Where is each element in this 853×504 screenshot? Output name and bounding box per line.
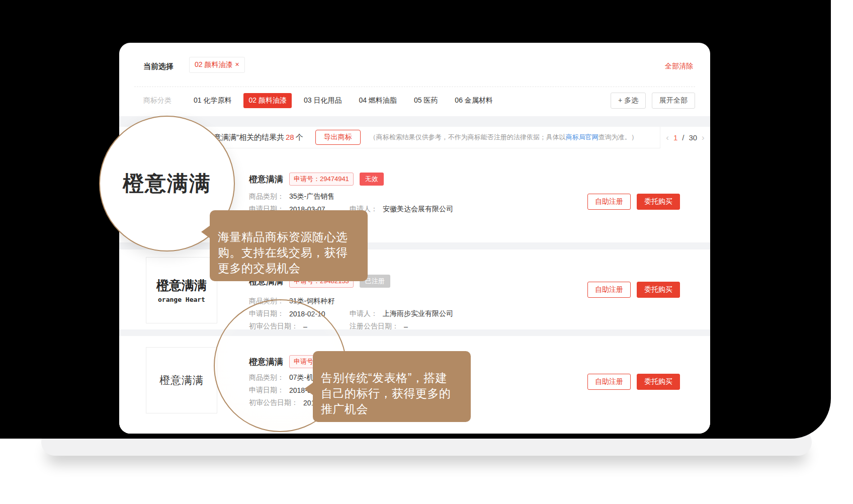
trademark-image-text: 橙意满满 xyxy=(159,373,204,387)
total-pages: 30 xyxy=(689,133,697,142)
trademark-image-text: 橙意满满 xyxy=(156,277,207,294)
pagination: ‹ 1 / 30 › xyxy=(660,127,710,148)
field-label: 申请人： xyxy=(350,309,378,318)
field-label: 注册公告日期： xyxy=(350,322,399,331)
application-number-label: 申请号： xyxy=(294,175,320,183)
entrust-purchase-button[interactable]: 委托购买 xyxy=(637,282,680,298)
disclaimer-pre: （商标检索结果仅供参考，不作为商标能否注册的法律依据；具体以 xyxy=(370,133,566,141)
current-selection-label: 当前选择 xyxy=(143,62,174,71)
results-summary-suffix: 个 xyxy=(296,133,303,141)
callout-build-shop: 告别传统“发表格”，搭建 自己的标行，获得更多的 推广机会 xyxy=(313,351,471,422)
entrust-purchase-button[interactable]: 委托购买 xyxy=(637,194,680,210)
section-gap xyxy=(119,116,710,127)
row-gap xyxy=(119,242,710,249)
self-register-button[interactable]: 自助注册 xyxy=(587,194,631,210)
trademark-name: 橙意满满 xyxy=(249,174,283,185)
disclaimer-text: （商标检索结果仅供参考，不作为商标能否注册的法律依据；具体以商标局官网查询为准。… xyxy=(370,133,638,142)
results-count: 28 xyxy=(286,133,294,141)
self-register-button[interactable]: 自助注册 xyxy=(587,374,631,390)
entrust-purchase-button[interactable]: 委托购买 xyxy=(637,374,680,390)
category-label: 商标分类 xyxy=(143,96,172,105)
category-item-05[interactable]: 05 医药 xyxy=(409,93,443,108)
current-page: 1 xyxy=(673,133,677,142)
result-row-2: 橙意满满 orange Heart 橙意满满 申请号：29482153 已注册 … xyxy=(119,249,710,329)
self-register-button[interactable]: 自助注册 xyxy=(587,282,631,298)
application-number: 29474941 xyxy=(320,175,349,183)
row-actions: 自助注册 委托购买 xyxy=(587,194,680,210)
selected-filter-chip-label: 02 颜料油漆 xyxy=(195,60,232,68)
callout-text: 海量精品商标资源随心选 购。支持在线交易，获得 更多的交易机会 xyxy=(218,230,348,275)
field-value: 35类-广告销售 xyxy=(289,192,334,201)
field-value: 上海雨步实业有限公司 xyxy=(383,309,453,318)
callout-arrow-icon xyxy=(201,225,210,238)
field-value: 安徽美达会展有限公司 xyxy=(383,205,453,214)
trademark-image: 橙意满满 orange Heart xyxy=(146,257,217,323)
category-item-04[interactable]: 04 燃料油脂 xyxy=(354,93,401,108)
magnified-trademark-text: 橙意满满 xyxy=(123,170,211,198)
disclaimer-post: 查询为准。） xyxy=(599,133,638,141)
chip-close-icon[interactable]: × xyxy=(235,60,239,68)
callout-arrow-icon xyxy=(304,382,313,395)
prev-page-icon[interactable]: ‹ xyxy=(666,133,669,143)
field-col2: 注册公告日期：– xyxy=(350,322,408,331)
category-item-06[interactable]: 06 金属材料 xyxy=(450,93,497,108)
field-label: 商品类别： xyxy=(249,192,284,201)
category-item-02-active[interactable]: 02 颜料油漆 xyxy=(243,93,291,108)
category-item-01[interactable]: 01 化学原料 xyxy=(189,93,236,108)
row-actions: 自助注册 委托购买 xyxy=(587,374,680,390)
next-page-icon[interactable]: › xyxy=(702,133,705,143)
clear-all-link[interactable]: 全部清除 xyxy=(665,62,693,71)
row-header: 橙意满满 申请号：29474941 无效 xyxy=(249,173,384,186)
trademark-image: 橙意满满 xyxy=(146,347,217,413)
trademark-image-subtext: orange Heart xyxy=(158,296,205,303)
field-value: – xyxy=(404,322,408,330)
trademark-office-link[interactable]: 商标局官网 xyxy=(566,133,599,141)
expand-all-button[interactable]: 展开全部 xyxy=(652,93,695,109)
status-badge: 无效 xyxy=(360,173,384,186)
dashed-divider xyxy=(134,87,695,87)
field-line: 商品类别：35类-广告销售 xyxy=(249,190,334,203)
page-separator: / xyxy=(682,133,684,142)
field-col2: 申请人：上海雨步实业有限公司 xyxy=(350,309,453,318)
application-number-tag: 申请号：29474941 xyxy=(289,173,354,186)
selected-filter-chip[interactable]: 02 颜料油漆× xyxy=(189,57,245,73)
callout-trade-resources: 海量精品商标资源随心选 购。支持在线交易，获得 更多的交易机会 xyxy=(210,210,368,281)
category-item-03[interactable]: 03 日化用品 xyxy=(299,93,347,108)
callout-text: 告别传统“发表格”，搭建 自己的标行，获得更多的 推广机会 xyxy=(321,371,451,415)
export-trademarks-button[interactable]: 导出商标 xyxy=(315,130,361,145)
screenshot-stage: 当前选择 02 颜料油漆× 全部清除 商标分类 01 化学原料 02 颜料油漆 … xyxy=(0,0,853,504)
row-actions: 自助注册 委托购买 xyxy=(587,282,680,298)
multi-select-button[interactable]: + 多选 xyxy=(611,93,646,109)
category-row: 商标分类 01 化学原料 02 颜料油漆 03 日化用品 04 燃料油脂 05 … xyxy=(143,92,695,109)
row-gap xyxy=(119,329,710,336)
